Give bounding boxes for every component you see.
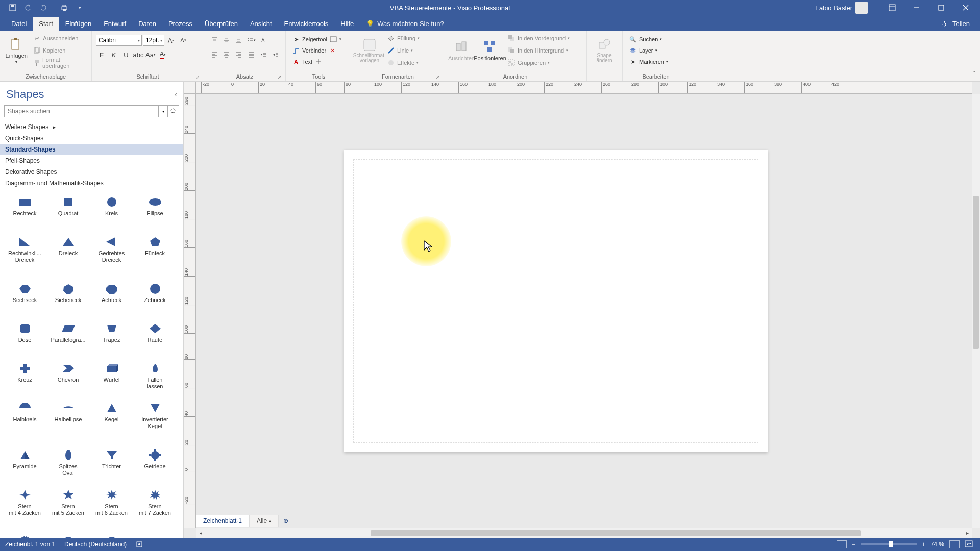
find-button[interactable]: 🔍Suchen▾ [627,34,664,45]
tab-ansicht[interactable]: Ansicht [244,17,278,31]
scroll-left-icon[interactable]: ◂ [196,530,205,536]
shape-fallen-lassen[interactable]: Fallenlassen [133,359,177,399]
font-size-combo[interactable]: 12pt.▾ [143,35,164,46]
shape-abgerundetes[interactable]: Abgerundetes [133,533,177,538]
tell-me-search[interactable]: 💡 Was möchten Sie tun? [360,17,450,31]
copy-button[interactable]: Kopieren [31,45,87,56]
tab-prozess[interactable]: Prozess [162,17,199,31]
print-icon[interactable] [59,3,69,13]
shape-getriebe[interactable]: Getriebe [133,446,177,486]
delete-connector-icon[interactable]: ✕ [328,46,336,55]
shape-invertierter-kegel[interactable]: InvertierterKegel [133,399,177,446]
shape-quadrat[interactable]: Quadrat [46,193,90,233]
category-quick-shapes[interactable]: Quick-Shapes [0,133,183,144]
category-pfeil-shapes[interactable]: Pfeil-Shapes [0,155,183,166]
undo-icon[interactable] [23,3,33,13]
fill-button[interactable]: Füllung▾ [385,33,422,44]
paste-button[interactable]: Einfügen ▾ [4,33,29,68]
macro-record-icon[interactable] [136,541,143,548]
line-button[interactable]: Linie▾ [385,45,422,56]
strikethrough-button[interactable]: abc [133,49,144,60]
send-back-button[interactable]: In den Hintergrund▾ [505,45,572,56]
tab-ueberpruefen[interactable]: Überprüfen [199,17,244,31]
shape-raute[interactable]: Raute [133,319,177,359]
ribbon-display-options-icon[interactable] [882,0,902,15]
user-account[interactable]: Fabio Basler [815,2,868,14]
position-button[interactable]: Positionieren [477,33,503,68]
zoom-level[interactable]: 74 % [930,541,944,548]
share-button[interactable]: Teilen [932,17,980,31]
connector-tool-button[interactable]: Verbinder ✕ [290,45,338,56]
category-dekorative-shapes[interactable]: Dekorative Shapes [0,166,183,178]
qat-customize-icon[interactable]: ▾ [75,3,85,13]
shape-stern-mit-5-zacken[interactable]: Sternmit 5 Zacken [46,486,90,533]
drawing-canvas[interactable] [196,94,972,528]
category-diagramm-shapes[interactable]: Diagramm- und Mathematik-Shapes [0,178,183,189]
change-case-button[interactable]: Aa▾ [145,49,156,60]
collapse-panel-icon[interactable]: ‹ [175,90,177,98]
text-direction-button[interactable]: A [257,35,270,46]
tab-hilfe[interactable]: Hilfe [334,17,360,31]
shape-stern-mit-4-zacken[interactable]: Sternmit 4 Zacken [3,486,46,533]
italic-button[interactable]: K [108,49,119,60]
shape-trapez[interactable]: Trapez [90,319,133,359]
vertical-scrollbar[interactable] [972,94,980,528]
sheet-tab-all[interactable]: Alle▴ [250,515,279,527]
font-name-combo[interactable]: Calibri▾ [96,35,142,46]
fit-page-icon[interactable] [949,540,960,548]
tab-datei[interactable]: Datei [5,17,33,31]
shrink-font-button[interactable]: A▾ [178,35,189,46]
text-tool-button[interactable]: AText [290,56,325,67]
justify-button[interactable] [245,49,257,60]
shape-stern-mit-24[interactable]: Sternmit 24 [46,533,90,538]
presentation-mode-icon[interactable] [837,540,847,548]
shape-dose[interactable]: Dose [3,319,46,359]
shape-kreuz[interactable]: Kreuz [3,359,46,399]
align-right-button[interactable] [233,49,245,60]
align-button[interactable]: Ausrichten [448,33,475,68]
shape-kegel[interactable]: Kegel [90,399,133,446]
close-button[interactable] [955,0,976,15]
page-indicator[interactable]: Zeichenbl. 1 von 1 [5,541,55,548]
search-go-button[interactable] [168,105,179,117]
tab-start[interactable]: Start [33,17,59,31]
shape-stern-mit-16[interactable]: Sternmit 16 [3,533,46,538]
language-indicator[interactable]: Deutsch (Deutschland) [64,541,127,548]
align-center-button[interactable] [220,49,233,60]
font-launcher-icon[interactable]: ⤢ [195,74,200,80]
grow-font-button[interactable]: A▴ [165,35,177,46]
shape-f-nfeck[interactable]: Fünfeck [133,233,177,280]
zoom-in-icon[interactable]: + [922,541,925,548]
shapes-search-input[interactable] [4,105,159,117]
shape-rechtwinkli-dreieck[interactable]: Rechtwinkli...Dreieck [3,233,46,280]
align-bottom-button[interactable] [233,35,245,46]
bullets-button[interactable]: ▾ [245,35,257,46]
save-icon[interactable] [8,3,18,13]
redo-icon[interactable] [38,3,48,13]
shape-gedrehtes-dreieck[interactable]: GedrehtesDreieck [90,233,133,280]
cut-button[interactable]: ✂Ausschneiden [31,33,87,44]
shape-achteck[interactable]: Achteck [90,280,133,319]
align-top-button[interactable] [208,35,220,46]
shape-stern-mit-32[interactable]: Sternmit 32 [90,533,133,538]
align-middle-button[interactable] [220,35,233,46]
underline-button[interactable]: U [120,49,132,60]
shape-ellipse[interactable]: Ellipse [133,193,177,233]
shape-pyramide[interactable]: Pyramide [3,446,46,486]
shape-trichter[interactable]: Trichter [90,446,133,486]
sheet-tab-1[interactable]: Zeichenblatt-1 [196,515,250,527]
connection-point-icon[interactable] [314,58,323,66]
shape-stern-mit-6-zacken[interactable]: Sternmit 6 Zacken [90,486,133,533]
pointer-tool-button[interactable]: ➤Zeigertool ▾ [290,34,344,45]
fit-width-icon[interactable] [965,540,975,548]
bold-button[interactable]: F [96,49,107,60]
shape-stern-mit-7-zacken[interactable]: Sternmit 7 Zacken [133,486,177,533]
shape-spitzes-oval[interactable]: SpitzesOval [46,446,90,486]
shape-sechseck[interactable]: Sechseck [3,280,46,319]
shape-zehneck[interactable]: Zehneck [133,280,177,319]
layer-button[interactable]: Layer▾ [627,45,659,56]
horizontal-scrollbar[interactable]: ◂ ▸ [196,528,972,538]
decrease-indent-button[interactable] [257,49,270,60]
drawing-page[interactable] [344,150,768,452]
tab-entwurf[interactable]: Entwurf [97,17,132,31]
